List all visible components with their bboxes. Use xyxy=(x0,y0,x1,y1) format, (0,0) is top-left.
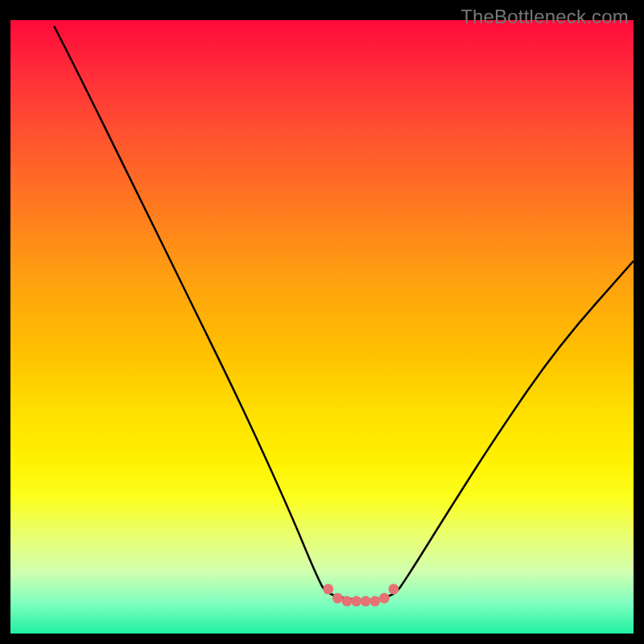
valley-marker xyxy=(351,596,361,606)
valley-marker xyxy=(389,584,399,594)
valley-marker xyxy=(323,584,333,594)
valley-marker xyxy=(379,593,390,604)
valley-marker xyxy=(361,596,371,606)
valley-marker xyxy=(332,593,343,604)
valley-markers xyxy=(323,584,398,606)
curve-path xyxy=(54,26,634,600)
chart-frame: TheBottleneck.com xyxy=(10,10,634,634)
valley-marker xyxy=(341,596,352,606)
valley-marker xyxy=(369,596,380,606)
bottleneck-curve xyxy=(10,10,634,634)
